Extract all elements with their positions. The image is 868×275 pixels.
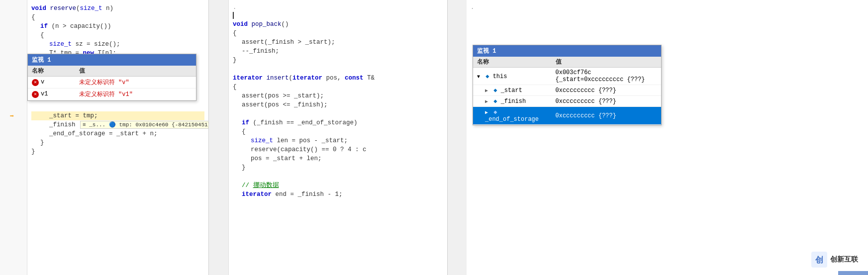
watch-table-right: 名称 值 ▼ ◆ this 0x003cf76c {_start=0xccccc… xyxy=(473,57,661,125)
code-line: if (_finish == _end_of_storage) xyxy=(233,118,443,127)
svg-text:创: 创 xyxy=(815,256,823,265)
watch-col-name-right: 名称 xyxy=(473,57,552,68)
middle-code-panel: . void pop_back() { assert(_finish > _st… xyxy=(224,0,448,275)
watch-cell-name: ✕v1 xyxy=(28,89,75,100)
code-line: } xyxy=(233,163,443,172)
code-line: --_finish; xyxy=(233,47,443,56)
logo-text: 创新互联 xyxy=(830,255,858,264)
horizontal-scrollbar[interactable] xyxy=(838,271,868,275)
code-line: void pop_back() xyxy=(233,20,443,29)
watch-popup-left: 监视 1 名称 值 ✕v 未定义标识符 "v" xyxy=(27,54,196,101)
error-icon: ✕ xyxy=(32,79,39,86)
code-line: void reserve(size_t n) xyxy=(31,4,204,13)
expand-icon[interactable]: ▼ xyxy=(477,74,480,80)
code-line: iterator insert(iterator pos, const T& xyxy=(233,74,443,83)
code-line-tooltip: _finish ≡ _s... 🔵 tmp: 0x010c4e60 {-8421… xyxy=(31,120,204,129)
code-line: { xyxy=(233,29,443,38)
watch-cell-name: ✕v xyxy=(28,77,75,89)
code-line xyxy=(233,65,443,74)
logo-icon: 创 xyxy=(811,252,827,268)
watch-cell-start-name: ▶ ◆ _start xyxy=(473,85,552,96)
code-line: } xyxy=(233,56,443,65)
dot-indicator-right: . xyxy=(471,4,864,11)
code-line xyxy=(233,109,443,118)
watch-row: ✕v1 未定义标识符 "v1" xyxy=(28,89,196,100)
code-line: assert(_finish > _start); xyxy=(233,38,443,47)
watch-table-left: 名称 值 ✕v 未定义标识符 "v" ✕v1 xyxy=(28,66,196,100)
cursor-line xyxy=(233,12,443,19)
watch-row-finish: ▶ ◆ _finish 0xccccccccc {???} xyxy=(473,96,661,107)
watch-col-value-left: 值 xyxy=(75,66,196,77)
expand-icon[interactable]: ▶ xyxy=(485,98,488,104)
watch-cell-start-value: 0xccccccccc {???} xyxy=(552,85,661,96)
left-gutter: ➡ xyxy=(0,0,27,275)
left-code-panel: ➡ void reserve(size_t n) { if (n > capac… xyxy=(0,0,209,275)
pointer-icon: ◆ xyxy=(493,98,497,105)
gap-panel-2 xyxy=(448,0,463,275)
watch-row-start: ▶ ◆ _start 0xccccccccc {???} xyxy=(473,85,661,96)
watch-col-name-left: 名称 xyxy=(28,66,75,77)
code-line: if (n > capacity()) xyxy=(31,22,204,31)
right-code-panel: . 监视 1 名称 值 ▼ ◆ this xyxy=(463,0,868,275)
code-line xyxy=(233,172,443,181)
code-line xyxy=(31,102,204,111)
code-line: assert(pos >= _start); xyxy=(233,92,443,100)
gap-panel xyxy=(209,0,224,275)
watch-row: ✕v 未定义标识符 "v" xyxy=(28,77,196,89)
left-code-area: void reserve(size_t n) { if (n > capacit… xyxy=(27,0,208,275)
watch-row-this: ▼ ◆ this 0x003cf76c {_start=0xccccccccc … xyxy=(473,68,661,85)
watch-col-value-right: 值 xyxy=(552,57,661,68)
right-gutter xyxy=(463,0,467,275)
watch-cell-value: 未定义标识符 "v" xyxy=(75,77,196,89)
code-line: reserve(capacity() == 0 ? 4 : c xyxy=(233,145,443,154)
expand-icon[interactable]: ▶ xyxy=(485,88,488,93)
watch-cell-this-value: 0x003cf76c {_start=0xccccccccc {???} xyxy=(552,68,661,85)
middle-code-area: . void pop_back() { assert(_finish > _st… xyxy=(229,0,447,275)
code-line: _end_of_storage = _start + n; xyxy=(31,129,204,138)
code-line: { xyxy=(31,31,204,40)
code-line: { xyxy=(233,83,443,92)
code-line: { xyxy=(233,127,443,136)
code-line: } xyxy=(31,147,204,156)
code-line: pos = _start + len; xyxy=(233,154,443,163)
watch-cell-finish-name: ▶ ◆ _finish xyxy=(473,96,552,107)
code-line: } xyxy=(31,138,204,147)
pointer-icon-storage: ◆ xyxy=(493,109,497,116)
watch-cell-value: 未定义标识符 "v1" xyxy=(75,89,196,100)
watch-cell-this-name: ▼ ◆ this xyxy=(473,68,552,85)
code-line: { xyxy=(31,13,204,22)
middle-gutter xyxy=(224,0,229,275)
code-line-highlight: _start = tmp; xyxy=(31,111,204,120)
watch-popup-right: 监视 1 名称 值 ▼ ◆ this xyxy=(473,45,662,125)
error-icon: ✕ xyxy=(32,91,39,98)
watch-cell-end-storage-value: 0xccccccccc {???} xyxy=(552,107,661,125)
main-container: ➡ void reserve(size_t n) { if (n > capac… xyxy=(0,0,868,275)
watch-row-end-storage: ▶ ◆ _end_of_storage 0xccccccccc {???} xyxy=(473,107,661,125)
code-line: assert(pos <= _finish); xyxy=(233,100,443,109)
code-line: // 挪动数据 xyxy=(233,181,443,190)
code-line: iterator end = _finish - 1; xyxy=(233,190,443,199)
dot-indicator: . xyxy=(233,4,443,11)
code-line: size_t len = pos - _start; xyxy=(233,136,443,145)
pointer-icon: ◆ xyxy=(493,87,497,94)
watch-popup-right-header: 监视 1 xyxy=(473,45,661,57)
expand-icon-storage[interactable]: ▶ xyxy=(485,110,488,115)
watch-cell-end-storage-name: ▶ ◆ _end_of_storage xyxy=(473,107,552,125)
watch-popup-left-header: 监视 1 xyxy=(28,54,196,66)
code-line: size_t sz = size(); xyxy=(31,40,204,49)
logo-area: 创 创新互联 xyxy=(811,252,858,268)
pointer-icon: ◆ xyxy=(485,73,489,80)
watch-cell-finish-value: 0xccccccccc {???} xyxy=(552,96,661,107)
right-code-area: . xyxy=(467,0,868,15)
